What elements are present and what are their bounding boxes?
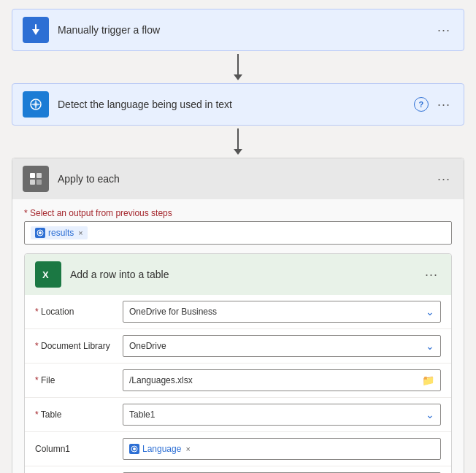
apply-to-each-header: Apply to each ···	[12, 158, 464, 199]
detect-icon	[23, 91, 49, 118]
document-library-input[interactable]: OneDrive ⌄	[123, 335, 441, 357]
results-tag: results ×	[31, 226, 88, 239]
table-value: Table1	[129, 409, 155, 420]
arrow-1	[229, 51, 247, 83]
document-library-label: * Document Library	[35, 341, 123, 351]
flow-canvas: Manually trigger a flow ··· Detect the l…	[0, 0, 476, 473]
detect-title: Detect the language being used in text	[58, 99, 414, 110]
location-dropdown-arrow: ⌄	[426, 306, 434, 318]
file-row: * File /Languages.xlsx 📁	[25, 364, 451, 398]
apply-to-each-container: Apply to each ··· * Select an output fro…	[12, 158, 464, 473]
apply-to-each-body: * Select an output from previous steps r…	[12, 199, 464, 473]
file-folder-icon: 📁	[422, 374, 434, 386]
results-tag-close[interactable]: ×	[78, 228, 82, 237]
location-input[interactable]: OneDrive for Business ⌄	[123, 301, 441, 323]
add-row-card: X Add a row into a table ··· * Location	[24, 253, 452, 473]
svg-rect-4	[37, 180, 42, 185]
file-label: * File	[35, 375, 123, 385]
add-row-dots-menu[interactable]: ···	[422, 266, 441, 284]
arrow-head-2	[234, 149, 242, 155]
svg-rect-1	[30, 173, 35, 178]
detect-help-icon[interactable]: ?	[414, 97, 429, 112]
apply-icon	[23, 166, 49, 192]
table-dropdown-arrow: ⌄	[426, 409, 434, 420]
location-row: * Location OneDrive for Business ⌄	[25, 295, 451, 329]
svg-point-10	[133, 447, 136, 450]
table-input[interactable]: Table1 ⌄	[123, 404, 441, 426]
document-library-value: OneDrive	[129, 341, 166, 351]
arrow-2	[229, 126, 247, 158]
arrow-line-1	[237, 54, 239, 74]
column1-tag: Language ×	[129, 444, 191, 454]
location-value: OneDrive for Business	[129, 307, 217, 317]
select-output-label: * Select an output from previous steps	[24, 208, 452, 218]
arrow-line-2	[237, 128, 239, 149]
document-library-dropdown-arrow: ⌄	[426, 340, 434, 352]
results-tag-icon	[35, 228, 45, 238]
table-label: * Table	[35, 409, 123, 420]
file-value: /Languages.xlsx	[129, 375, 193, 385]
trigger-dots-menu[interactable]: ···	[434, 21, 453, 39]
apply-dots-menu[interactable]: ···	[434, 170, 453, 188]
column1-row: Column1 Language ×	[25, 432, 451, 466]
output-select-row[interactable]: results ×	[24, 221, 452, 245]
excel-icon: X	[35, 261, 61, 288]
column1-input[interactable]: Language ×	[123, 438, 441, 460]
column1-label: Column1	[35, 444, 123, 454]
detect-step: Detect the language being used in text ?…	[12, 83, 464, 126]
column1-tag-icon	[129, 444, 139, 454]
svg-rect-3	[30, 180, 35, 185]
file-input[interactable]: /Languages.xlsx 📁	[123, 369, 441, 391]
detect-dots-menu[interactable]: ···	[434, 96, 453, 114]
document-library-row: * Document Library OneDrive ⌄	[25, 329, 451, 364]
add-row-title: Add a row into a table	[70, 269, 422, 280]
trigger-title: Manually trigger a flow	[58, 24, 434, 36]
results-tag-label: results	[48, 228, 74, 238]
add-row-header: X Add a row into a table ···	[25, 254, 451, 295]
location-label: * Location	[35, 307, 123, 317]
trigger-icon	[23, 17, 49, 43]
svg-rect-2	[37, 173, 42, 178]
svg-point-6	[39, 231, 42, 234]
apply-to-each-title: Apply to each	[58, 173, 434, 185]
add-row-body: * Location OneDrive for Business ⌄ * Doc…	[25, 295, 451, 473]
arrow-head-1	[234, 74, 242, 80]
column2-row: Column2 Confidence sco...	[25, 466, 451, 473]
detect-actions: ? ···	[414, 96, 453, 114]
svg-text:X: X	[42, 269, 49, 280]
table-row: * Table Table1 ⌄	[25, 398, 451, 432]
column1-value: Language	[142, 444, 181, 454]
column1-tag-close[interactable]: ×	[185, 445, 190, 453]
trigger-actions: ···	[434, 21, 453, 39]
trigger-step: Manually trigger a flow ···	[12, 9, 464, 51]
